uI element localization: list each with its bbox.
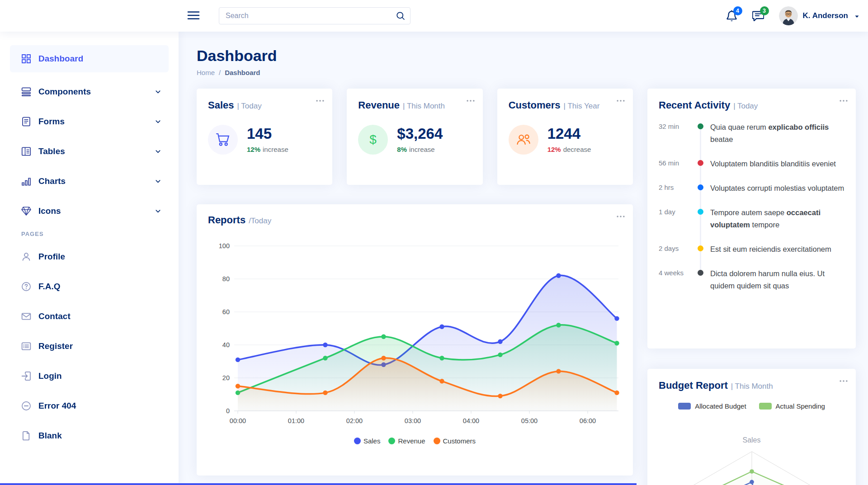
search-icon[interactable]: [396, 11, 405, 20]
sidebar-item-dashboard[interactable]: Dashboard: [10, 45, 169, 72]
sales-card: Sales| Today 145 12%increase: [197, 89, 332, 185]
card-menu-button[interactable]: [466, 96, 476, 106]
card-period: /Today: [249, 217, 271, 225]
person-icon: [21, 252, 31, 262]
avatar: [779, 6, 798, 25]
sidebar-item-error-404[interactable]: Error 404: [10, 396, 169, 416]
sidebar-item-label: Login: [38, 371, 62, 381]
sidebar-item-forms[interactable]: Forms: [10, 111, 169, 132]
grid-icon: [21, 54, 31, 64]
activity-item: 2 hrsVoluptates corrupti molestias volup…: [659, 182, 844, 194]
card-period: | This Month: [403, 102, 445, 110]
svg-text:00:00: 00:00: [230, 417, 246, 424]
sidebar-item-charts[interactable]: Charts: [10, 171, 169, 192]
activity-text: Voluptates corrupti molestias voluptatem: [710, 182, 844, 194]
ellipsis-icon: [616, 99, 626, 107]
activity-text: Dicta dolorem harum nulla eius. Ut quide…: [710, 268, 844, 292]
chevron-down-icon: [155, 148, 161, 155]
page-title: Dashboard: [197, 47, 856, 65]
card-menu-button[interactable]: [616, 212, 626, 221]
sidebar-item-label: Charts: [38, 176, 66, 186]
activity-rail: [696, 243, 710, 255]
activity-time: 1 day: [659, 207, 696, 231]
dash-circle-icon: [21, 401, 31, 411]
activity-rail: [696, 158, 710, 170]
activity-item: 4 weeksDicta dolorem harum nulla eius. U…: [659, 268, 844, 292]
activity-text: Tempore autem saepe occaecati voluptatem…: [710, 207, 844, 231]
activity-rail: [696, 182, 710, 194]
svg-text:40: 40: [222, 341, 230, 348]
activity-text: Quia quae rerum explicabo officiis beata…: [710, 121, 844, 146]
file-icon: [21, 431, 31, 441]
main-content: Dashboard Home / Dashboard Sales| Today: [179, 32, 868, 485]
svg-text:01:00: 01:00: [288, 417, 304, 424]
legend-item-allocated-budget[interactable]: Allocated Budget: [678, 402, 746, 410]
activity-time: 2 days: [659, 243, 696, 255]
svg-text:06:00: 06:00: [580, 417, 596, 424]
chevron-down-icon: [155, 208, 161, 215]
user-name: K. Anderson: [803, 11, 848, 20]
svg-text:60: 60: [222, 308, 230, 315]
breadcrumb-home-link[interactable]: Home: [197, 69, 215, 76]
legend-marker: [354, 438, 361, 444]
metric-delta: 8%: [397, 146, 407, 153]
legend-item-actual-spending[interactable]: Actual Spending: [759, 402, 825, 410]
activity-time: 32 min: [659, 121, 696, 146]
legend-item-sales[interactable]: Sales: [354, 437, 381, 445]
sidebar-item-tables[interactable]: Tables: [10, 141, 169, 162]
table-icon: [21, 146, 31, 156]
search-input[interactable]: [219, 7, 410, 24]
activity-item: 2 daysEst sit eum reiciendis exercitatio…: [659, 243, 844, 255]
svg-text:03:00: 03:00: [405, 417, 421, 424]
ellipsis-icon: [839, 99, 849, 107]
activity-text: Voluptatem blanditiis blanditiis eveniet: [710, 158, 836, 170]
sidebar-item-blank[interactable]: Blank: [10, 425, 169, 446]
activity-time: 4 weeks: [659, 268, 696, 292]
sidebar-item-login[interactable]: Login: [10, 366, 169, 386]
svg-text:100: 100: [219, 242, 230, 250]
sidebar-item-register[interactable]: Register: [10, 336, 169, 357]
legend-item-customers[interactable]: Customers: [434, 437, 476, 445]
card-title: Sales: [208, 99, 234, 111]
user-menu[interactable]: K. Anderson: [779, 6, 860, 25]
card-menu-button[interactable]: [315, 96, 325, 106]
footer-accent-bar: [0, 483, 637, 485]
sidebar: DashboardComponentsFormsTablesChartsIcon…: [0, 32, 179, 485]
legend-label: Revenue: [398, 437, 425, 445]
activity-item: 56 minVoluptatem blanditiis blanditiis e…: [659, 158, 844, 170]
breadcrumb: Home / Dashboard: [197, 69, 856, 76]
card-menu-button[interactable]: [839, 376, 849, 386]
sidebar-item-label: Dashboard: [38, 54, 83, 64]
card-menu-button[interactable]: [616, 96, 626, 106]
sidebar-item-profile[interactable]: Profile: [10, 246, 169, 267]
sidebar-item-label: Forms: [38, 117, 65, 127]
activity-item: 1 dayTempore autem saepe occaecati volup…: [659, 207, 844, 231]
reports-legend: SalesRevenueCustomers: [208, 437, 622, 445]
card-period: | This Year: [564, 102, 600, 110]
activity-item: 32 minQuia quae rerum explicabo officiis…: [659, 121, 844, 146]
card-menu-button[interactable]: [839, 96, 849, 106]
radar-axis-label: Sales: [659, 436, 844, 444]
sidebar-item-label: Components: [38, 87, 91, 97]
sidebar-item-label: F.A.Q: [38, 282, 61, 292]
sidebar-item-components[interactable]: Components: [10, 81, 169, 102]
messages-button[interactable]: 3: [752, 10, 764, 22]
card-title: Revenue: [358, 99, 400, 111]
sidebar-item-icons[interactable]: Icons: [10, 201, 169, 221]
card-title: Customers: [509, 99, 561, 111]
legend-item-revenue[interactable]: Revenue: [388, 437, 425, 445]
ellipsis-icon: [616, 215, 626, 223]
notifications-button[interactable]: 4: [726, 10, 738, 22]
activity-dot: [698, 209, 703, 215]
sidebar-toggle-button[interactable]: [187, 10, 200, 22]
revenue-card: Revenue| This Month $ $3,264 8%increase: [347, 89, 482, 185]
sidebar-item-contact[interactable]: Contact: [10, 306, 169, 327]
hamburger-icon: [187, 14, 200, 22]
svg-text:0: 0: [226, 407, 230, 414]
ellipsis-icon: [839, 380, 849, 387]
sidebar-item-label: Register: [38, 341, 73, 351]
sidebar-item-f-a-q[interactable]: F.A.Q: [10, 276, 169, 297]
card-title: Recent Activity: [659, 99, 730, 111]
budget-legend: Allocated Budget Actual Spending: [659, 402, 844, 410]
svg-text:$: $: [370, 132, 377, 146]
